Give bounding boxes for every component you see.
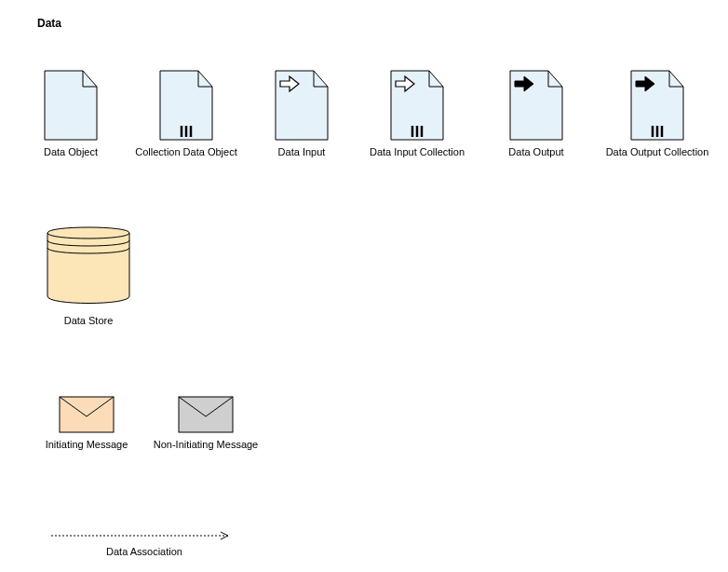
- data-output-collection-icon: [630, 70, 684, 141]
- data-store-label: Data Store: [33, 315, 144, 328]
- non-initiating-message-icon: [178, 396, 234, 433]
- data-input-label: Data Input: [246, 146, 357, 159]
- data-output-collection-item: Data Output Collection: [601, 70, 713, 159]
- data-input-icon: [275, 70, 329, 141]
- data-output-label: Data Output: [480, 146, 592, 159]
- data-input-collection-item: Data Input Collection: [361, 70, 473, 159]
- data-store-item: Data Store: [33, 220, 144, 328]
- initiating-message-item: Initiating Message: [31, 396, 142, 452]
- data-store-icon: [44, 220, 133, 309]
- data-output-item: Data Output: [480, 70, 592, 159]
- collection-data-object-icon: [159, 70, 213, 141]
- initiating-message-label: Initiating Message: [31, 439, 142, 452]
- non-initiating-message-label: Non-Initiating Message: [150, 439, 262, 452]
- data-input-collection-label: Data Input Collection: [361, 146, 473, 159]
- collection-data-object-item: Collection Data Object: [130, 70, 242, 159]
- data-output-collection-label: Data Output Collection: [601, 146, 713, 159]
- data-association-label: Data Association: [51, 546, 237, 559]
- data-association-item: Data Association: [51, 531, 237, 559]
- data-object-icon: [44, 70, 98, 141]
- section-title: Data: [37, 17, 61, 30]
- data-input-collection-icon: [390, 70, 444, 141]
- non-initiating-message-item: Non-Initiating Message: [150, 396, 262, 452]
- initiating-message-icon: [59, 396, 115, 433]
- data-input-item: Data Input: [246, 70, 357, 159]
- data-object-item: Data Object: [15, 70, 127, 159]
- collection-data-object-label: Collection Data Object: [130, 146, 242, 159]
- data-output-icon: [509, 70, 563, 141]
- data-object-label: Data Object: [15, 146, 127, 159]
- data-association-arrow-icon: [51, 531, 237, 540]
